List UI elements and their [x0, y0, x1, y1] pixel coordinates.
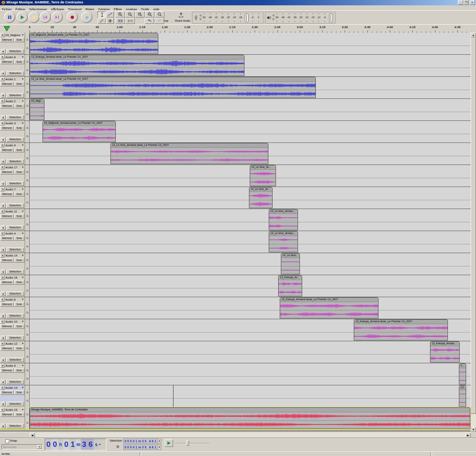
- vscroll-thumb[interactable]: [471, 38, 476, 414]
- chevron-down-icon[interactable]: ▼: [37, 445, 42, 449]
- zoom-toggle-button[interactable]: [155, 11, 164, 17]
- vscroll-track[interactable]: [471, 414, 476, 427]
- collapse-button[interactable]: ▲: [1, 336, 6, 340]
- time-digit[interactable]: m: [76, 439, 81, 450]
- mute-button[interactable]: Silencer: [0, 104, 14, 108]
- audio-clip[interactable]: 14_Le rêve_Arman...: [269, 231, 298, 252]
- silence-selection-button[interactable]: [125, 18, 135, 24]
- track-close-button[interactable]: X: [0, 99, 5, 103]
- horizontal-scrollbar[interactable]: ◀ ▶: [0, 432, 476, 438]
- zoom-in-button[interactable]: [115, 11, 125, 17]
- amplitude-ruler[interactable]: 0-0-: [25, 253, 30, 275]
- time-digit[interactable]: 3: [81, 439, 87, 450]
- amplitude-ruler[interactable]: 0-0-: [25, 99, 30, 120]
- mute-button[interactable]: Silencer: [0, 280, 14, 285]
- select-button[interactable]: Sélection: [6, 269, 24, 274]
- track-menu-icon[interactable]: ▼: [22, 320, 24, 323]
- audio-clip[interactable]: 13_Kokoya_Armand amar_Le Premier Cri_200…: [280, 297, 378, 318]
- track-menu-icon[interactable]: ▼: [22, 254, 24, 256]
- pause-button[interactable]: [4, 11, 15, 23]
- solo-button[interactable]: Solo: [14, 280, 24, 285]
- amplitude-ruler[interactable]: 0-0-: [25, 55, 30, 76]
- audio-clip[interactable]: 13_Kokoya_Armand amar_Le Premier Cri_200…: [354, 319, 448, 340]
- select-button[interactable]: Sélection: [6, 93, 24, 98]
- track-title[interactable]: Audio 7: [5, 188, 20, 191]
- track-close-button[interactable]: X: [0, 187, 5, 192]
- track-waveform-area[interactable]: 13_Kokoya_Arman...: [30, 341, 471, 363]
- audio-clip[interactable]: 14_Le rêve_Armand amar_Le Premier Cri_20…: [30, 77, 316, 98]
- amplitude-ruler[interactable]: 0-0-: [25, 407, 30, 429]
- gear-icon[interactable]: ⚙: [116, 445, 120, 449]
- solo-button[interactable]: Solo: [14, 302, 24, 307]
- track-waveform-area[interactable]: 14_Le rêve...: [30, 253, 471, 275]
- track-waveform-area[interactable]: 14_Le rêve_Arman...: [30, 231, 471, 253]
- collapse-button[interactable]: ▲: [1, 358, 6, 362]
- mute-button[interactable]: Silencer: [0, 38, 14, 42]
- collapse-button[interactable]: ▲: [1, 380, 6, 384]
- toolbar-grip[interactable]: [263, 12, 265, 23]
- select-button[interactable]: Sélection: [6, 314, 24, 318]
- track-menu-icon[interactable]: ▼: [22, 276, 24, 279]
- collapse-button[interactable]: ▲: [1, 225, 6, 230]
- mute-button[interactable]: Silencer: [0, 346, 14, 351]
- select-button[interactable]: Sélection: [6, 159, 24, 164]
- track-title[interactable]: Audio 9: [5, 144, 20, 147]
- loop-button[interactable]: [81, 11, 92, 23]
- track-close-button[interactable]: X: [0, 276, 5, 280]
- audio-clip[interactable]: 13_Kokoya_Armand amar_Le Premier Cri_200…: [30, 55, 244, 76]
- time-digit[interactable]: 0: [63, 439, 69, 450]
- audio-clip[interactable]: 14_Le rêve_Ar...: [250, 165, 276, 186]
- chevron-down-icon[interactable]: ▼: [158, 445, 161, 450]
- play-button[interactable]: [16, 11, 28, 23]
- time-digit[interactable]: h: [58, 439, 63, 450]
- selection-end-field[interactable]: 0 0 h 0 1 m 3 5 . 6 6 1 s▼: [123, 445, 161, 450]
- collapse-button[interactable]: ▲: [1, 203, 6, 208]
- mute-button[interactable]: Silencer: [0, 236, 14, 241]
- track-close-button[interactable]: X: [0, 165, 5, 169]
- amplitude-ruler[interactable]: 0-0-: [25, 297, 30, 319]
- draw-tool-button[interactable]: [98, 18, 106, 24]
- toolbar-grip[interactable]: [172, 12, 173, 23]
- mute-button[interactable]: Silencer: [0, 60, 14, 64]
- track-title[interactable]: 03_Majtonrê: [5, 33, 20, 37]
- track-title[interactable]: Audio 2: [5, 100, 20, 103]
- amplitude-ruler[interactable]: 0-0-: [25, 209, 30, 231]
- solo-button[interactable]: Solo: [14, 170, 24, 174]
- selection-tool-button[interactable]: [98, 11, 106, 18]
- track-waveform-area[interactable]: 13_Kokoya_Ar...: [30, 275, 471, 297]
- skip-end-button[interactable]: [51, 11, 63, 23]
- trim-outside-button[interactable]: [115, 18, 125, 24]
- track-title[interactable]: Audio 6: [5, 298, 20, 301]
- solo-button[interactable]: Solo: [14, 104, 24, 108]
- snap-checkbox[interactable]: [5, 439, 9, 443]
- track-close-button[interactable]: X: [0, 342, 5, 346]
- audio-clip[interactable]: 03_Majtonrê_Armand amar_Le Premier Cri_2…: [43, 121, 116, 142]
- track-menu-icon[interactable]: ▼: [22, 144, 24, 146]
- meter-slider-thumb[interactable]: [329, 14, 333, 22]
- select-button[interactable]: Sélection: [6, 137, 24, 142]
- audio-clip[interactable]: 13...: [459, 385, 466, 407]
- track-close-button[interactable]: X: [0, 209, 5, 214]
- track-close-button[interactable]: X: [0, 320, 5, 324]
- track-title[interactable]: Audio 5: [5, 364, 20, 367]
- track-title[interactable]: Audio 14: [5, 254, 20, 257]
- track-title[interactable]: Audio 4: [5, 232, 20, 235]
- playback-meter[interactable]: GD-54-48-42-36-30-24-18-12-60: [265, 12, 336, 24]
- collapse-button[interactable]: ▲: [1, 402, 6, 406]
- track-close-button[interactable]: X: [0, 231, 5, 236]
- amplitude-ruler[interactable]: 0-0-: [25, 341, 30, 363]
- amplitude-ruler[interactable]: 0-0-: [25, 231, 30, 253]
- playback-speed-slider[interactable]: [175, 440, 210, 446]
- track-waveform-area[interactable]: 03_Majtonrê_Armand amar_Le Premier Cri_2…: [30, 121, 471, 142]
- track-menu-icon[interactable]: ▼: [22, 408, 24, 411]
- solo-button[interactable]: Solo: [14, 324, 24, 329]
- track-close-button[interactable]: X: [0, 253, 5, 258]
- collapse-button[interactable]: ▲: [1, 314, 6, 318]
- mute-button[interactable]: Silencer: [0, 412, 14, 417]
- selection-start-field[interactable]: 0 0 h 0 1 m 3 5 . 6 6 1 s▼: [123, 439, 161, 444]
- audio-clip[interactable]: 1...: [459, 363, 466, 385]
- meter-slider-thumb[interactable]: [245, 14, 249, 22]
- select-button[interactable]: Sélection: [6, 336, 24, 340]
- track-waveform-area[interactable]: 14_Le rêve_Armand amar_Le Premier Cri_20…: [30, 143, 471, 165]
- collapse-button[interactable]: ▲: [1, 424, 6, 428]
